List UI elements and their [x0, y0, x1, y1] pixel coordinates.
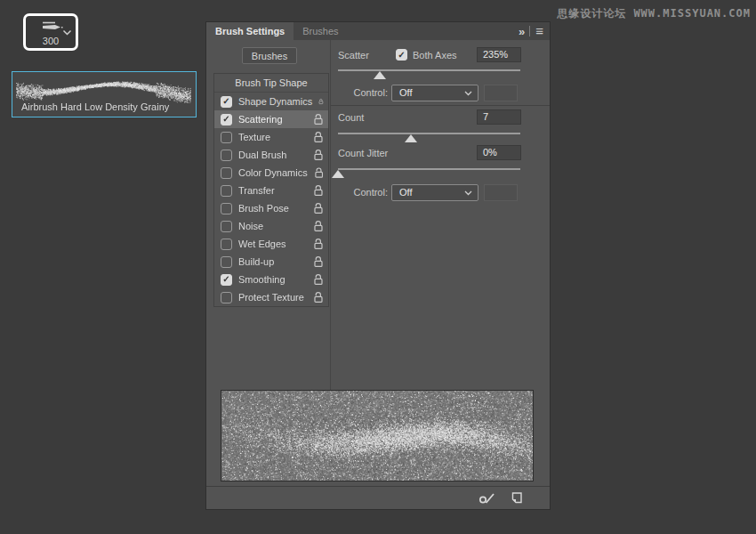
both-axes-checkbox[interactable]: [396, 49, 407, 61]
option-checkbox[interactable]: [221, 150, 232, 161]
pane-divider: [330, 40, 331, 391]
brushes-button[interactable]: Brushes: [242, 47, 297, 64]
option-label: Shape Dynamics: [238, 96, 312, 107]
count-jitter-control-label: Control:: [338, 187, 388, 198]
brush-stroke-thumbnail: [12, 73, 196, 103]
option-label: Brush Pose: [238, 203, 307, 214]
option-checkbox[interactable]: [221, 256, 232, 268]
option-label: Wet Edges: [238, 239, 307, 249]
option-checkbox[interactable]: [221, 167, 232, 179]
count-jitter-control-field-disabled: [484, 184, 518, 201]
scatter-slider-thumb[interactable]: [374, 71, 386, 79]
unlock-icon[interactable]: [318, 95, 324, 108]
brush-preset-name: Airbrush Hard Low Density Grainy: [21, 101, 169, 112]
list-item-brush-tip-shape[interactable]: Brush Tip Shape: [214, 74, 328, 93]
count-jitter-control-dropdown[interactable]: Off: [391, 184, 479, 201]
panel-footer: [206, 486, 550, 509]
option-checkbox[interactable]: [221, 221, 232, 232]
list-item-noise[interactable]: Noise: [214, 217, 328, 235]
option-checkbox[interactable]: [221, 274, 232, 286]
scatter-control-field-disabled: [484, 85, 518, 101]
option-label: Noise: [238, 221, 307, 231]
list-item-transfer[interactable]: Transfer: [214, 182, 328, 199]
option-checkbox[interactable]: [221, 185, 232, 197]
watermark: 思缘设计论坛 WWW.MISSYUAN.COM: [557, 6, 751, 21]
option-label: Protect Texture: [238, 292, 307, 303]
count-jitter-slider[interactable]: [338, 168, 520, 170]
brush-options-list: Brush Tip Shape Shape Dynamics Scatterin…: [213, 73, 329, 307]
brush-preset-tile[interactable]: Airbrush Hard Low Density Grainy: [12, 71, 197, 117]
unlock-icon[interactable]: [313, 255, 324, 268]
list-item-build-up[interactable]: Build-up: [214, 253, 328, 271]
count-jitter-field[interactable]: 0%: [477, 145, 521, 160]
option-checkbox[interactable]: [221, 132, 232, 143]
count-jitter-label: Count Jitter: [338, 148, 388, 158]
option-label: Dual Brush: [238, 150, 307, 160]
brush-options-rows: Shape Dynamics Scattering Texture Dual B…: [214, 93, 328, 306]
unlock-icon[interactable]: [313, 238, 324, 250]
brush-preset-icon: [40, 20, 63, 32]
list-item-wet-edges[interactable]: Wet Edges: [214, 235, 328, 253]
tab-brush-settings[interactable]: Brush Settings: [206, 22, 294, 40]
scatter-control-value: Off: [399, 87, 412, 98]
list-item-brush-pose[interactable]: Brush Pose: [214, 199, 328, 217]
count-label: Count: [338, 112, 364, 123]
chevron-down-icon: [464, 91, 472, 96]
list-item-color-dynamics[interactable]: Color Dynamics: [214, 164, 328, 182]
unlock-icon[interactable]: [313, 149, 324, 161]
option-label: Scattering: [238, 114, 307, 125]
tab-brushes[interactable]: Brushes: [294, 22, 347, 40]
count-slider[interactable]: [338, 133, 520, 134]
unlock-icon[interactable]: [313, 202, 324, 214]
divider: [529, 26, 530, 36]
unlock-icon[interactable]: [313, 113, 324, 125]
option-label: Smoothing: [238, 274, 307, 285]
list-item-texture[interactable]: Texture: [214, 128, 328, 146]
list-item-scattering[interactable]: Scattering: [214, 110, 328, 128]
brush-preset-picker[interactable]: 300: [23, 13, 78, 51]
option-label: Transfer: [238, 185, 307, 196]
panel-tab-bar: Brush Settings Brushes » ≡: [206, 22, 550, 40]
option-checkbox[interactable]: [221, 239, 232, 250]
create-new-brush-icon[interactable]: [510, 491, 523, 505]
scatter-control-dropdown[interactable]: Off: [391, 85, 479, 101]
chevron-down-icon: [464, 190, 472, 196]
option-label: Build-up: [238, 256, 307, 267]
both-axes-label: Both Axes: [413, 50, 457, 61]
brush-size-value: 300: [35, 36, 67, 46]
option-checkbox[interactable]: [221, 203, 232, 214]
brush-stroke-preview: [221, 390, 534, 481]
list-item-shape-dynamics[interactable]: Shape Dynamics: [214, 93, 328, 110]
option-label: Color Dynamics: [238, 167, 308, 178]
photoshop-workspace: 思缘设计论坛 WWW.MISSYUAN.COM 300 Airbrush Har…: [0, 0, 756, 534]
scatter-control-label: Control:: [338, 87, 388, 98]
count-slider-thumb[interactable]: [405, 134, 417, 142]
panel-menu-icon[interactable]: ≡: [535, 27, 543, 36]
unlock-icon[interactable]: [313, 273, 324, 286]
brush-settings-panel: Brush Settings Brushes » ≡ Brushes Brush…: [206, 22, 550, 509]
list-item-protect-texture[interactable]: Protect Texture: [214, 288, 328, 306]
list-item-smoothing[interactable]: Smoothing: [214, 271, 328, 288]
unlock-icon[interactable]: [314, 166, 324, 179]
count-field[interactable]: 7: [477, 109, 521, 125]
count-jitter-slider-thumb[interactable]: [332, 170, 344, 178]
option-checkbox[interactable]: [221, 96, 232, 108]
brush-stroke-preview-canvas: [221, 391, 533, 481]
unlock-icon[interactable]: [313, 131, 324, 143]
chevron-down-icon[interactable]: [62, 29, 72, 36]
live-brush-tip-preview-icon[interactable]: [478, 491, 497, 505]
unlock-icon[interactable]: [313, 291, 324, 303]
panel-header-icons: » ≡: [519, 22, 550, 40]
scatter-slider[interactable]: [338, 69, 520, 71]
scatter-label: Scatter: [338, 50, 369, 61]
option-checkbox[interactable]: [221, 292, 232, 303]
unlock-icon[interactable]: [313, 184, 324, 197]
count-jitter-control-value: Off: [399, 187, 412, 198]
option-label: Texture: [238, 132, 307, 142]
section-divider: [331, 105, 550, 106]
scatter-amount-field[interactable]: 235%: [477, 47, 521, 62]
list-item-dual-brush[interactable]: Dual Brush: [214, 146, 328, 164]
option-checkbox[interactable]: [221, 114, 232, 125]
collapse-panel-icon[interactable]: »: [519, 25, 524, 38]
unlock-icon[interactable]: [313, 220, 324, 232]
